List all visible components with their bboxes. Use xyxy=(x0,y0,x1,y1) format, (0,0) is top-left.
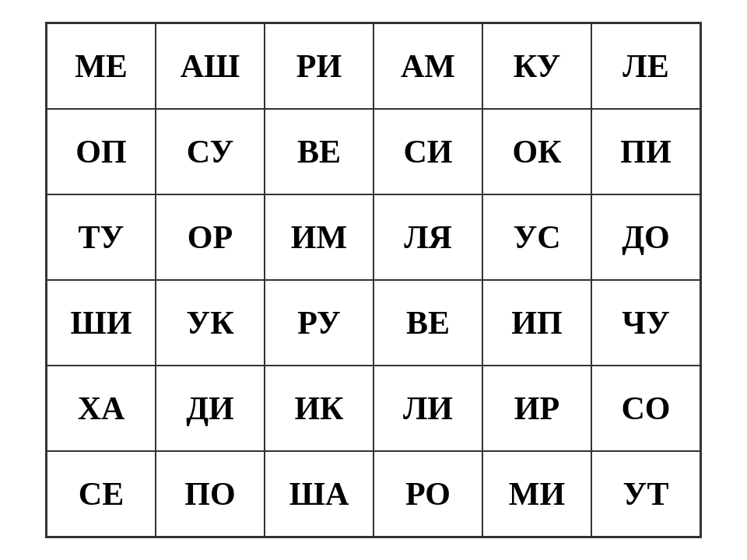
grid-cell-30: СЕ xyxy=(47,451,156,537)
grid-cell-0: МЕ xyxy=(47,23,156,109)
grid-cell-22: ИП xyxy=(482,280,591,366)
grid-cell-33: РО xyxy=(374,451,482,537)
grid-cell-21: ВЕ xyxy=(374,280,482,366)
grid-cell-35: УТ xyxy=(591,451,700,537)
grid-cell-20: РУ xyxy=(265,280,374,366)
grid-cell-12: ТУ xyxy=(47,194,156,280)
grid-cell-9: СИ xyxy=(374,109,482,194)
grid-cell-5: ЛЕ xyxy=(591,23,700,109)
grid-cell-24: ХА xyxy=(47,366,156,451)
grid-cell-13: ОР xyxy=(156,194,265,280)
grid-cell-18: ШИ xyxy=(47,280,156,366)
grid-cell-6: ОП xyxy=(47,109,156,194)
grid-cell-8: ВЕ xyxy=(265,109,374,194)
syllable-grid: МЕАШРИАМКУЛЕОПСУВЕСИОКПИТУОРИМЛЯУСДОШИУК… xyxy=(45,22,702,538)
grid-cell-19: УК xyxy=(156,280,265,366)
grid-cell-14: ИМ xyxy=(265,194,374,280)
grid-cell-26: ИК xyxy=(265,366,374,451)
grid-cell-23: ЧУ xyxy=(591,280,700,366)
grid-cell-17: ДО xyxy=(591,194,700,280)
grid-cell-7: СУ xyxy=(156,109,265,194)
grid-cell-34: МИ xyxy=(482,451,591,537)
grid-cell-15: ЛЯ xyxy=(374,194,482,280)
grid-cell-11: ПИ xyxy=(591,109,700,194)
grid-cell-2: РИ xyxy=(265,23,374,109)
grid-cell-29: СО xyxy=(591,366,700,451)
grid-cell-32: ША xyxy=(265,451,374,537)
grid-cell-3: АМ xyxy=(374,23,482,109)
grid-cell-10: ОК xyxy=(482,109,591,194)
grid-cell-16: УС xyxy=(482,194,591,280)
grid-cell-27: ЛИ xyxy=(374,366,482,451)
grid-cell-4: КУ xyxy=(482,23,591,109)
grid-cell-25: ДИ xyxy=(156,366,265,451)
grid-cell-31: ПО xyxy=(156,451,265,537)
grid-cell-1: АШ xyxy=(156,23,265,109)
grid-cell-28: ИР xyxy=(482,366,591,451)
